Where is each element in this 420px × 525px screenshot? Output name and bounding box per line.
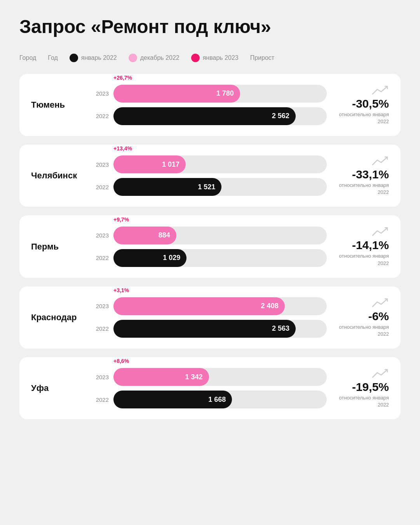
growth-percent: -19,5%: [352, 381, 389, 393]
bar-fill-2023: +9,7% 884: [113, 227, 176, 244]
city-name: Тюмень: [31, 100, 93, 110]
bar-row-2022: 2022 1 029: [93, 249, 327, 267]
legend-year-label: Год: [48, 54, 58, 61]
trend-icon: [372, 85, 389, 96]
year-label-2022: 2022: [93, 113, 109, 119]
year-label-2023: 2023: [93, 303, 109, 309]
growth-section: -14,1% относительно января 2022: [327, 226, 389, 267]
bar-track-2023: +26,7% 1 780: [113, 85, 327, 103]
bar-fill-2022: 2 563: [113, 320, 296, 338]
growth-above-label: +9,7%: [113, 216, 129, 223]
legend-item-jan2022: январь 2022: [70, 54, 117, 62]
year-label-2023: 2023: [93, 232, 109, 239]
year-label-2023: 2023: [93, 90, 109, 97]
bar-track-2023: +8,6% 1 342: [113, 368, 327, 386]
trend-icon: [372, 368, 389, 380]
bars-section: 2023 +9,7% 884 2022 1 029: [93, 227, 327, 267]
bar-fill-2023: +13,4% 1 017: [113, 155, 186, 173]
bar-fill-2022: 1 668: [113, 391, 232, 408]
growth-section: -6% относительно января 2022: [327, 297, 389, 338]
year-label-2023: 2023: [93, 374, 109, 380]
bar-track-2022: 1 521: [113, 178, 327, 196]
bars-section: 2023 +13,4% 1 017 2022 1 521: [93, 155, 327, 196]
city-name: Челябинск: [31, 171, 93, 181]
growth-section: -30,5% относительно января 2022: [327, 85, 389, 125]
year-label-2023: 2023: [93, 161, 109, 168]
growth-section: -33,1% относительно января 2022: [327, 155, 389, 196]
year-label-2022: 2022: [93, 255, 109, 261]
year-label-2022: 2022: [93, 396, 109, 403]
bar-row-2023: 2023 +9,7% 884: [93, 227, 327, 244]
growth-sub-label: относительно января 2022: [335, 111, 389, 125]
legend-label-dec2022: декабрь 2022: [140, 54, 180, 61]
city-name: Уфа: [31, 383, 93, 393]
city-name: Пермь: [31, 242, 93, 252]
bar-track-2022: 2 563: [113, 320, 327, 338]
growth-percent: -33,1%: [352, 169, 389, 180]
card-тюмень: Тюмень 2023 +26,7% 1 780 2022 2 562: [19, 74, 401, 136]
growth-percent: -30,5%: [352, 98, 389, 110]
page-title: Запрос «Ремонт под ключ»: [19, 16, 401, 38]
growth-above-label: +13,4%: [113, 145, 132, 152]
trend-icon: [372, 297, 389, 309]
legend-dot-dec2022: [129, 54, 137, 62]
legend-dot-jan2022: [70, 54, 78, 62]
card-пермь: Пермь 2023 +9,7% 884 2022 1 029: [19, 215, 401, 277]
legend-dot-jan2023: [191, 54, 200, 62]
growth-sub-label: относительно января 2022: [335, 253, 389, 267]
year-label-2022: 2022: [93, 325, 109, 332]
trend-icon: [372, 155, 389, 167]
bar-fill-2023: +3,1% 2 408: [113, 297, 285, 315]
growth-sub-label: относительно января 2022: [335, 394, 389, 408]
legend-label-jan2023: январь 2023: [203, 54, 239, 61]
legend-city-label: Город: [19, 54, 36, 61]
bar-row-2023: 2023 +13,4% 1 017: [93, 155, 327, 173]
legend-growth-label: Прирост: [250, 54, 274, 61]
card-краснодар: Краснодар 2023 +3,1% 2 408 2022 2 563: [19, 286, 401, 349]
bar-track-2022: 1 668: [113, 391, 327, 408]
bar-row-2023: 2023 +8,6% 1 342: [93, 368, 327, 386]
bar-track-2023: +9,7% 884: [113, 227, 327, 244]
bars-section: 2023 +8,6% 1 342 2022 1 668: [93, 368, 327, 408]
card-уфа: Уфа 2023 +8,6% 1 342 2022 1 668: [19, 357, 401, 419]
growth-section: -19,5% относительно января 2022: [327, 368, 389, 408]
bar-fill-2022: 2 562: [113, 107, 296, 125]
growth-sub-label: относительно января 2022: [335, 324, 389, 338]
city-name: Краснодар: [31, 312, 93, 323]
bar-track-2023: +13,4% 1 017: [113, 155, 327, 173]
bar-track-2022: 1 029: [113, 249, 327, 267]
bar-track-2023: +3,1% 2 408: [113, 297, 327, 315]
bars-section: 2023 +3,1% 2 408 2022 2 563: [93, 297, 327, 338]
bar-row-2023: 2023 +3,1% 2 408: [93, 297, 327, 315]
bar-row-2022: 2022 2 563: [93, 320, 327, 338]
card-челябинск: Челябинск 2023 +13,4% 1 017 2022 1 521: [19, 145, 401, 207]
growth-above-label: +3,1%: [113, 287, 129, 293]
legend-item-jan2023: январь 2023: [191, 54, 239, 62]
growth-sub-label: относительно января 2022: [335, 182, 389, 196]
bar-fill-2023: +8,6% 1 342: [113, 368, 209, 386]
bar-track-2022: 2 562: [113, 107, 327, 125]
bar-fill-2022: 1 521: [113, 178, 221, 196]
bar-row-2023: 2023 +26,7% 1 780: [93, 85, 327, 103]
legend: Город Год январь 2022 декабрь 2022 январ…: [19, 54, 401, 62]
legend-item-dec2022: декабрь 2022: [129, 54, 180, 62]
growth-above-label: +8,6%: [113, 358, 129, 364]
bar-row-2022: 2022 2 562: [93, 107, 327, 125]
growth-above-label: +26,7%: [113, 75, 132, 81]
bar-fill-2022: 1 029: [113, 249, 186, 267]
legend-label-jan2022: январь 2022: [81, 54, 117, 61]
growth-percent: -14,1%: [352, 239, 389, 251]
bar-row-2022: 2022 1 521: [93, 178, 327, 196]
growth-percent: -6%: [368, 310, 389, 322]
year-label-2022: 2022: [93, 184, 109, 190]
trend-icon: [372, 226, 389, 238]
cards-container: Тюмень 2023 +26,7% 1 780 2022 2 562: [19, 74, 401, 420]
bars-section: 2023 +26,7% 1 780 2022 2 562: [93, 85, 327, 125]
bar-fill-2023: +26,7% 1 780: [113, 85, 240, 103]
bar-row-2022: 2022 1 668: [93, 391, 327, 408]
